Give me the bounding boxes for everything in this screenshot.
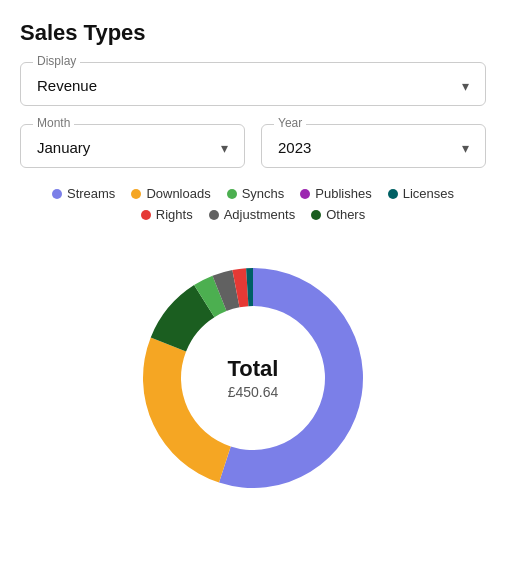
chart-center: Total £450.64	[228, 356, 279, 400]
legend-label: Rights	[156, 207, 193, 222]
legend-item-licenses: Licenses	[388, 186, 454, 201]
month-fieldset: Month JanuaryFebruaryMarch AprilMayJune …	[20, 124, 245, 168]
legend-dot	[300, 189, 310, 199]
legend-dot	[311, 210, 321, 220]
legend-dot	[209, 210, 219, 220]
legend-label: Publishes	[315, 186, 371, 201]
chart-legend: StreamsDownloadsSynchsPublishesLicensesR…	[20, 186, 486, 222]
legend-item-others: Others	[311, 207, 365, 222]
legend-item-downloads: Downloads	[131, 186, 210, 201]
legend-dot	[227, 189, 237, 199]
legend-label: Downloads	[146, 186, 210, 201]
chart-total-value: £450.64	[228, 384, 279, 400]
month-label: Month	[33, 116, 74, 130]
legend-item-streams: Streams	[52, 186, 115, 201]
year-label: Year	[274, 116, 306, 130]
display-fieldset: Display Revenue Units ▾	[20, 62, 486, 106]
legend-item-publishes: Publishes	[300, 186, 371, 201]
page-title: Sales Types	[20, 20, 486, 46]
year-select[interactable]: 2021202220232024	[278, 139, 469, 156]
chart-segment-downloads	[143, 338, 231, 483]
legend-dot	[131, 189, 141, 199]
donut-chart: Total £450.64	[113, 238, 393, 518]
legend-label: Streams	[67, 186, 115, 201]
legend-dot	[52, 189, 62, 199]
legend-label: Licenses	[403, 186, 454, 201]
legend-label: Synchs	[242, 186, 285, 201]
month-select[interactable]: JanuaryFebruaryMarch AprilMayJune JulyAu…	[37, 139, 228, 156]
display-label: Display	[33, 54, 80, 68]
legend-label: Others	[326, 207, 365, 222]
legend-item-synchs: Synchs	[227, 186, 285, 201]
display-select[interactable]: Revenue Units	[37, 77, 469, 94]
legend-item-adjustments: Adjustments	[209, 207, 296, 222]
legend-dot	[388, 189, 398, 199]
year-fieldset: Year 2021202220232024 ▾	[261, 124, 486, 168]
month-year-row: Month JanuaryFebruaryMarch AprilMayJune …	[20, 124, 486, 168]
legend-label: Adjustments	[224, 207, 296, 222]
chart-total-label: Total	[228, 356, 279, 382]
legend-item-rights: Rights	[141, 207, 193, 222]
legend-dot	[141, 210, 151, 220]
